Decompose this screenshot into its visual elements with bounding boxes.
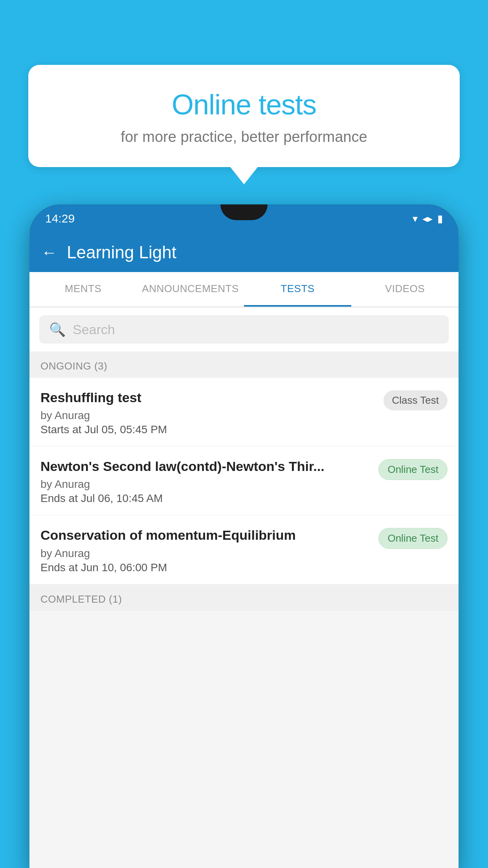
notch (220, 204, 268, 220)
tab-tests[interactable]: TESTS (244, 272, 351, 307)
test-name-1: Reshuffling test (40, 389, 376, 406)
signal-icon: ◂▸ (422, 213, 433, 225)
test-date-2: Ends at Jul 06, 10:45 AM (40, 492, 371, 505)
status-bar: 14:29 ▾ ◂▸ ▮ (29, 204, 459, 233)
bubble-title: Online tests (48, 88, 440, 121)
status-time: 14:29 (45, 212, 75, 225)
tabs-bar: MENTS ANNOUNCEMENTS TESTS VIDEOS (29, 272, 459, 307)
test-item-2[interactable]: Newton's Second law(contd)-Newton's Thir… (29, 447, 459, 515)
search-placeholder: Search (73, 322, 115, 337)
search-box[interactable]: 🔍 Search (39, 315, 449, 344)
wifi-icon: ▾ (413, 213, 418, 225)
completed-label: COMPLETED (1) (40, 593, 122, 605)
search-icon: 🔍 (49, 322, 66, 337)
test-name-2: Newton's Second law(contd)-Newton's Thir… (40, 458, 371, 475)
back-button[interactable]: ← (41, 244, 57, 261)
speech-bubble: Online tests for more practice, better p… (28, 65, 460, 167)
app-header: ← Learning Light (29, 233, 459, 272)
phone-frame: 14:29 ▾ ◂▸ ▮ ← Learning Light MENTS ANNO… (29, 204, 459, 868)
search-container: 🔍 Search (29, 307, 459, 351)
test-name-3: Conservation of momentum-Equilibrium (40, 526, 371, 544)
ongoing-label: ONGOING (3) (40, 360, 107, 372)
bubble-subtitle: for more practice, better performance (48, 129, 440, 145)
battery-icon: ▮ (437, 213, 443, 225)
test-item-1[interactable]: Reshuffling test by Anurag Starts at Jul… (29, 378, 459, 447)
test-by-1: by Anurag (40, 409, 376, 422)
test-item-3[interactable]: Conservation of momentum-Equilibrium by … (29, 515, 459, 584)
tab-ments[interactable]: MENTS (29, 272, 137, 307)
test-info-1: Reshuffling test by Anurag Starts at Jul… (40, 389, 376, 436)
status-icons: ▾ ◂▸ ▮ (413, 213, 443, 225)
test-by-2: by Anurag (40, 478, 371, 491)
phone-screen: ← Learning Light MENTS ANNOUNCEMENTS TES… (29, 233, 459, 868)
tab-videos[interactable]: VIDEOS (351, 272, 459, 307)
test-badge-2: Online Test (378, 459, 448, 480)
completed-section-header: COMPLETED (1) (29, 585, 459, 611)
tab-announcements[interactable]: ANNOUNCEMENTS (137, 272, 244, 307)
tests-list: Reshuffling test by Anurag Starts at Jul… (29, 378, 459, 585)
app-title: Learning Light (67, 243, 176, 262)
test-by-3: by Anurag (40, 547, 371, 560)
test-date-1: Starts at Jul 05, 05:45 PM (40, 423, 376, 436)
test-info-2: Newton's Second law(contd)-Newton's Thir… (40, 458, 371, 505)
ongoing-section-header: ONGOING (3) (29, 351, 459, 378)
test-badge-1: Class Test (383, 390, 448, 410)
test-badge-3: Online Test (378, 528, 448, 549)
test-info-3: Conservation of momentum-Equilibrium by … (40, 526, 371, 574)
test-date-3: Ends at Jun 10, 06:00 PM (40, 561, 371, 574)
